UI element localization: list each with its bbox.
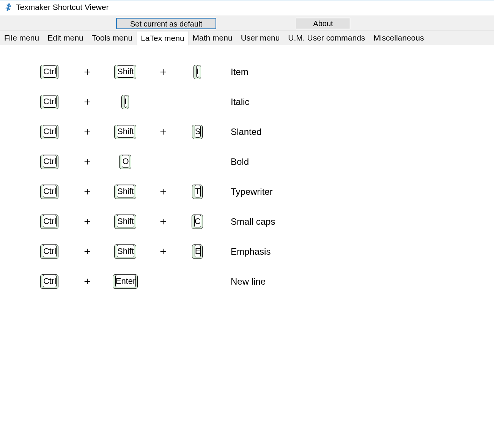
key-enter: Enter — [113, 274, 138, 289]
key-shift: Shift — [114, 125, 136, 139]
plus-icon: + — [160, 125, 167, 138]
tab-u-m-user-commands[interactable]: U.M. User commands — [284, 31, 369, 45]
shortcut-description: Typewriter — [231, 186, 273, 197]
plus-icon: + — [160, 215, 167, 228]
plus-icon: + — [84, 245, 91, 258]
tab-math-menu[interactable]: Math menu — [189, 31, 237, 45]
key-i: I — [194, 65, 201, 79]
shortcut-row: Ctrl+Shift+IItem — [23, 57, 471, 87]
shortcut-row: Ctrl+Shift+EEmphasis — [23, 237, 471, 266]
svg-point-3 — [9, 8, 10, 9]
key-ctrl: Ctrl — [40, 95, 58, 109]
about-button[interactable]: About — [296, 18, 350, 29]
toolbar: Set current as default About — [0, 16, 494, 31]
plus-icon: + — [160, 245, 167, 258]
shortcut-description: Italic — [231, 97, 249, 107]
tab-bar: File menuEdit menuTools menuLaTex menuMa… — [0, 31, 494, 45]
shortcut-description: Slanted — [231, 127, 261, 137]
window-title: Texmaker Shortcut Viewer — [16, 3, 109, 12]
key-c: C — [192, 215, 203, 229]
svg-point-2 — [6, 8, 7, 9]
app-icon — [4, 3, 13, 12]
plus-icon: + — [84, 185, 91, 198]
shortcut-row: Ctrl+EnterNew line — [23, 266, 471, 296]
key-ctrl: Ctrl — [40, 125, 58, 139]
key-ctrl: Ctrl — [40, 185, 58, 199]
shortcut-description: New line — [231, 276, 266, 287]
shortcut-description: Small caps — [231, 216, 275, 227]
plus-icon: + — [84, 155, 91, 168]
plus-icon: + — [84, 125, 91, 138]
key-shift: Shift — [114, 215, 136, 229]
tab-file-menu[interactable]: File menu — [0, 31, 43, 45]
key-o: O — [119, 155, 131, 169]
svg-point-1 — [9, 5, 10, 6]
key-shift: Shift — [114, 244, 136, 259]
plus-icon: + — [84, 96, 91, 108]
shortcuts-panel: Ctrl+Shift+IItemCtrl+IItalicCtrl+Shift+S… — [0, 45, 494, 308]
plus-icon: + — [160, 185, 167, 198]
shortcut-description: Emphasis — [231, 246, 271, 257]
titlebar: Texmaker Shortcut Viewer — [0, 0, 494, 16]
plus-icon: + — [160, 66, 167, 78]
tab-miscellaneous[interactable]: Miscellaneous — [369, 31, 428, 45]
plus-icon: + — [84, 66, 91, 78]
key-e: E — [192, 244, 203, 259]
key-t: T — [192, 185, 202, 199]
plus-icon: + — [84, 275, 91, 288]
tab-user-menu[interactable]: User menu — [237, 31, 284, 45]
key-ctrl: Ctrl — [40, 65, 58, 79]
key-ctrl: Ctrl — [40, 274, 58, 289]
tab-edit-menu[interactable]: Edit menu — [43, 31, 88, 45]
key-shift: Shift — [114, 185, 136, 199]
key-ctrl: Ctrl — [40, 155, 58, 169]
key-s: S — [192, 125, 203, 139]
plus-icon: + — [84, 215, 91, 228]
key-i: I — [121, 95, 129, 109]
tab-latex-menu[interactable]: LaTex menu — [137, 31, 188, 45]
key-shift: Shift — [114, 65, 136, 79]
shortcut-row: Ctrl+Shift+SSlanted — [23, 117, 471, 147]
shortcut-row: Ctrl+Shift+CSmall caps — [23, 207, 471, 237]
tab-tools-menu[interactable]: Tools menu — [88, 31, 137, 45]
shortcut-row: Ctrl+Shift+TTypewriter — [23, 177, 471, 207]
shortcut-description: Bold — [231, 157, 249, 167]
key-ctrl: Ctrl — [40, 215, 58, 229]
set-default-button[interactable]: Set current as default — [116, 18, 216, 29]
svg-point-0 — [6, 5, 7, 6]
shortcut-row: Ctrl+OBold — [23, 147, 471, 177]
shortcut-description: Item — [231, 67, 249, 77]
shortcut-row: Ctrl+IItalic — [23, 87, 471, 117]
key-ctrl: Ctrl — [40, 244, 58, 259]
